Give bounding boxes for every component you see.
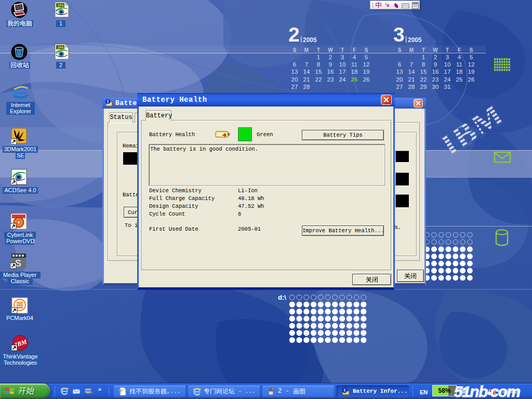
svg-text:11: 11 [351,61,357,68]
svg-text:21: 21 [408,76,415,83]
svg-text:13: 13 [291,69,298,75]
svg-text:19: 19 [468,69,475,75]
svg-text:18: 18 [456,69,463,75]
svg-text:T: T [341,47,344,53]
svg-text:3: 3 [393,23,405,46]
svg-text:30: 30 [432,84,439,90]
svg-text:15: 15 [420,69,427,75]
svg-text:16: 16 [432,69,439,75]
svg-text:26: 26 [468,76,475,83]
svg-text:3: 3 [446,54,449,60]
svg-text:9: 9 [329,61,332,68]
svg-text:25: 25 [456,76,463,83]
svg-text:M: M [304,47,309,53]
svg-text:18: 18 [351,69,358,75]
svg-text:1: 1 [422,54,425,60]
svg-text:28: 28 [408,84,415,90]
svg-text:6: 6 [398,61,401,68]
svg-text:F: F [458,47,461,53]
svg-text:11: 11 [456,61,462,68]
svg-text:S: S [293,47,297,53]
svg-text:5: 5 [470,54,473,60]
svg-text:7: 7 [305,61,308,68]
svg-text:14: 14 [303,69,310,75]
svg-text:29: 29 [420,84,427,90]
svg-text:T: T [317,47,320,53]
svg-text:3: 3 [341,54,344,60]
svg-text:S: S [365,47,368,53]
svg-text:16: 16 [327,69,334,75]
svg-text:25: 25 [351,76,358,83]
svg-text:S: S [398,47,402,53]
svg-text:4: 4 [458,54,461,60]
svg-text:10: 10 [339,61,346,68]
svg-text:28: 28 [303,84,310,90]
svg-text:2: 2 [434,54,437,60]
svg-text:JPG: JPG [57,4,64,8]
svg-text:2005: 2005 [408,36,422,44]
svg-text:24: 24 [444,76,451,83]
svg-text:2: 2 [329,54,332,60]
svg-text:e: e [119,388,122,395]
svg-text:T: T [422,47,425,53]
svg-text:14: 14 [408,69,415,75]
svg-text:7: 7 [410,61,413,68]
svg-text:W: W [433,47,438,53]
svg-text:6: 6 [293,61,296,68]
svg-text:20: 20 [396,76,403,83]
svg-text:23: 23 [432,76,439,83]
svg-text:31: 31 [444,84,451,90]
svg-text:12: 12 [363,61,370,68]
svg-text:1: 1 [317,54,320,60]
svg-text:27: 27 [291,84,298,90]
svg-text:27: 27 [396,84,403,90]
svg-text:24: 24 [339,76,346,83]
svg-text:JPG: JPG [57,46,64,50]
svg-text:22: 22 [315,76,322,83]
svg-text:4: 4 [353,54,356,60]
svg-text:12: 12 [468,61,475,68]
svg-text:17: 17 [444,69,451,75]
svg-text:2005: 2005 [303,36,317,44]
svg-text:5: 5 [365,54,368,60]
svg-text:21: 21 [303,76,310,83]
svg-text:9: 9 [434,61,437,68]
svg-text:19: 19 [363,69,370,75]
svg-text:2: 2 [288,23,300,46]
svg-text:23: 23 [327,76,334,83]
svg-text:S: S [470,47,473,53]
svg-text:M: M [409,47,414,53]
svg-text:20: 20 [291,76,298,83]
svg-text:d:\: d:\ [278,294,286,301]
svg-text:F: F [353,47,356,53]
svg-text:8: 8 [317,61,320,68]
svg-text:10: 10 [444,61,451,68]
svg-text:T: T [446,47,449,53]
svg-text:W: W [328,47,333,53]
svg-text:13: 13 [396,69,403,75]
svg-text:17: 17 [339,69,346,75]
svg-text:26: 26 [363,76,370,83]
svg-text:22: 22 [420,76,427,83]
svg-text:15: 15 [315,69,322,75]
svg-text:8: 8 [422,61,425,68]
